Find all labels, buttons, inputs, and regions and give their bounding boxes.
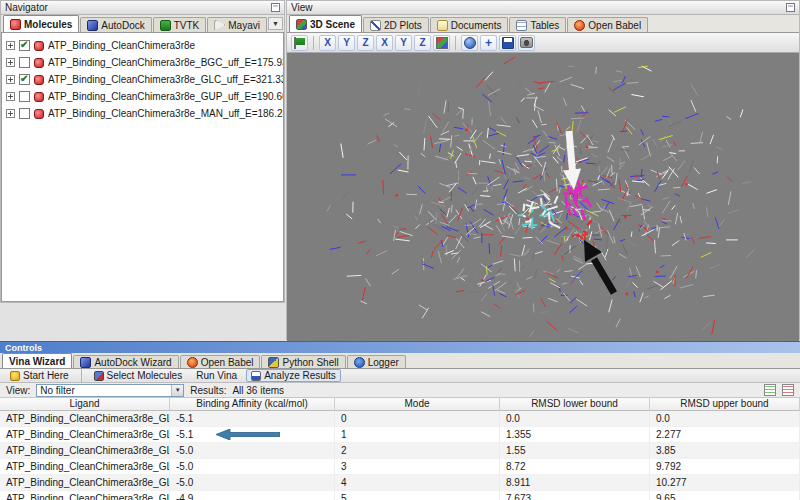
axis-z-button[interactable]: Z <box>357 35 374 51</box>
table-row[interactable]: ATP_Binding_CleanChimera3r8e_GLC_uff_E=…… <box>0 459 800 475</box>
axis-y-neg-button[interactable]: Y <box>395 35 412 51</box>
tab-vina-wizard[interactable]: Vina Wizard <box>2 353 72 368</box>
axis-z-neg-button[interactable]: Z <box>414 35 431 51</box>
crosshair-icon: + <box>485 38 492 48</box>
tab-open-babel-controls[interactable]: Open Babel <box>180 355 261 368</box>
remove-table-icon[interactable] <box>782 384 794 396</box>
cell-ligand: ATP_Binding_CleanChimera3r8e_GLC_uff_E=… <box>0 427 170 442</box>
tab-molecules[interactable]: Molecules <box>3 15 79 32</box>
tab-autodock-wizard[interactable]: AutoDock Wizard <box>73 355 178 368</box>
tab-label: Molecules <box>24 19 72 30</box>
cell-rmsd-lower: 8.911 <box>500 475 650 490</box>
tab-label: Python Shell <box>282 357 338 368</box>
start-here-button[interactable]: Start Here <box>5 369 74 382</box>
pointer-flag-button[interactable] <box>291 35 308 51</box>
tab-2d-plots[interactable]: 2D Plots <box>363 17 429 32</box>
snapshot-button[interactable] <box>518 35 535 51</box>
tab-label: 2D Plots <box>384 20 422 31</box>
tab-open-babel[interactable]: Open Babel <box>567 17 648 32</box>
column-header-affinity[interactable]: Binding Affinity (kcal/mol) <box>170 398 335 411</box>
tab-autodock[interactable]: AutoDock <box>80 17 151 32</box>
tab-3d-scene[interactable]: 3D Scene <box>289 15 362 32</box>
tab-documents[interactable]: Documents <box>430 17 509 32</box>
fullscreen-button[interactable] <box>461 35 478 51</box>
cell-rmsd-lower: 7.673 <box>500 491 650 500</box>
analyze-results-button[interactable]: Analyze Results <box>246 369 341 382</box>
mayavi-tab-icon <box>214 20 225 31</box>
tab-python-shell[interactable]: Python Shell <box>261 355 345 368</box>
tab-tvtk[interactable]: TVTK <box>153 17 207 32</box>
tab-tables[interactable]: Tables <box>509 17 566 32</box>
logger-tab-icon <box>354 357 365 368</box>
axis-x-button[interactable]: X <box>319 35 336 51</box>
molecule-checkbox[interactable] <box>19 40 30 51</box>
controls-tabs: Vina Wizard AutoDock Wizard Open Babel P… <box>0 353 800 369</box>
tab-mayavi[interactable]: Mayavi <box>207 17 267 32</box>
isometric-view-button[interactable] <box>433 35 450 51</box>
column-header-ligand[interactable]: Ligand <box>0 398 170 411</box>
tab-overflow-button[interactable]: ▼ <box>268 17 283 30</box>
tree-item-molecule[interactable]: ATP_Binding_CleanChimera3r8e_GLC_uff_E=3… <box>2 71 283 88</box>
tree-item-molecule[interactable]: ATP_Binding_CleanChimera3r8e_BGC_uff_E=1… <box>2 54 283 71</box>
expander-icon[interactable] <box>6 109 15 118</box>
view-tabs: 3D Scene 2D Plots Documents Tables Open … <box>287 15 799 33</box>
cell-ligand: ATP_Binding_CleanChimera3r8e_GLC_uff_E=… <box>0 411 170 426</box>
column-header-rmsd-upper[interactable]: RMSD upper bound <box>650 398 800 411</box>
select-molecules-icon <box>94 371 104 381</box>
molecule-checkbox[interactable] <box>19 108 30 119</box>
toolbar-separator <box>313 36 314 50</box>
expander-icon[interactable] <box>6 92 15 101</box>
button-label: Run Vina <box>196 370 237 381</box>
cell-mode: 0 <box>335 411 500 426</box>
run-vina-button[interactable]: Run Vina <box>191 369 242 382</box>
table-header: Ligand Binding Affinity (kcal/mol) Mode … <box>0 398 800 411</box>
tree-item-molecule[interactable]: ATP_Binding_CleanChimera3r8e_MAN_uff_E=1… <box>2 105 283 122</box>
controls-panel: Controls Vina Wizard AutoDock Wizard Ope… <box>0 341 800 500</box>
cell-rmsd-lower: 8.72 <box>500 459 650 474</box>
cell-rmsd-lower: 1.55 <box>500 443 650 458</box>
tree-item-molecule[interactable]: ATP_Binding_CleanChimera3r8e_GUP_uff_E=1… <box>2 88 283 105</box>
molecule-viewport[interactable] <box>287 53 799 341</box>
column-header-rmsd-lower[interactable]: RMSD lower bound <box>500 398 650 411</box>
dock-icon[interactable] <box>271 3 280 12</box>
molecule-icon <box>34 75 44 85</box>
wizard-toolbar: Start Here Select Molecules Run Vina Ana… <box>0 369 800 383</box>
black-arrow-annotation <box>584 240 614 293</box>
table-row[interactable]: ATP_Binding_CleanChimera3r8e_GLC_uff_E=…… <box>0 443 800 459</box>
molecule-tree[interactable]: ATP_Binding_CleanChimera3r8e ATP_Binding… <box>1 33 284 302</box>
molecule-checkbox[interactable] <box>19 91 30 102</box>
cell-rmsd-lower: 1.355 <box>500 427 650 442</box>
table-row[interactable]: ATP_Binding_CleanChimera3r8e_GLC_uff_E=…… <box>0 491 800 500</box>
filter-select[interactable]: No filter ▼ <box>36 384 184 397</box>
axis-x-neg-button[interactable]: X <box>376 35 393 51</box>
save-scene-button[interactable] <box>499 35 516 51</box>
molecule-label: ATP_Binding_CleanChimera3r8e <box>48 40 195 51</box>
molecule-icon <box>34 109 44 119</box>
tab-label: Vina Wizard <box>9 356 65 367</box>
axis-y-button[interactable]: Y <box>338 35 355 51</box>
export-table-icon[interactable] <box>764 384 776 396</box>
tree-item-molecule[interactable]: ATP_Binding_CleanChimera3r8e <box>2 37 283 54</box>
cell-rmsd-upper: 9.792 <box>650 459 800 474</box>
expander-icon[interactable] <box>6 58 15 67</box>
column-header-mode[interactable]: Mode <box>335 398 500 411</box>
cell-mode: 3 <box>335 459 500 474</box>
results-value: All 36 items <box>232 385 284 396</box>
table-row[interactable]: ATP_Binding_CleanChimera3r8e_GLC_uff_E=…… <box>0 411 800 427</box>
affinity-value: -5.1 <box>176 429 193 440</box>
filter-value: No filter <box>40 385 74 396</box>
dock-icon[interactable] <box>786 3 795 12</box>
center-view-button[interactable]: + <box>480 35 497 51</box>
select-molecules-button[interactable]: Select Molecules <box>89 369 188 382</box>
table-row[interactable]: ATP_Binding_CleanChimera3r8e_GLC_uff_E=…… <box>0 427 800 443</box>
tab-logger[interactable]: Logger <box>347 355 406 368</box>
filter-bar: View: No filter ▼ Results: All 36 items <box>0 383 800 398</box>
expander-icon[interactable] <box>6 75 15 84</box>
expander-icon[interactable] <box>6 41 15 50</box>
navigator-title: Navigator <box>5 2 48 13</box>
molecule-checkbox[interactable] <box>19 57 30 68</box>
cell-rmsd-upper: 0.0 <box>650 411 800 426</box>
chevron-down-icon[interactable]: ▼ <box>171 385 183 396</box>
table-row[interactable]: ATP_Binding_CleanChimera3r8e_GLC_uff_E=…… <box>0 475 800 491</box>
molecule-checkbox[interactable] <box>19 74 30 85</box>
